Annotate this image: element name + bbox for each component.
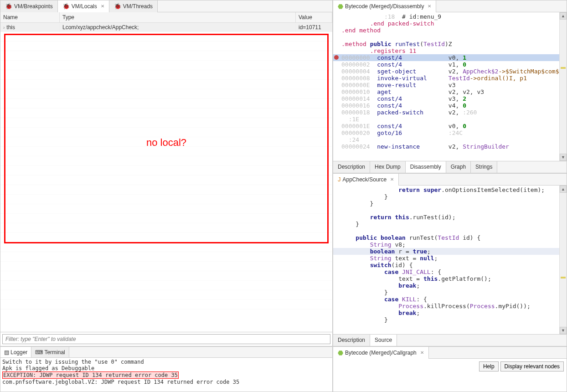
source-line[interactable]: } bbox=[333, 289, 567, 296]
callgraph-panel: ⬣ Bytecode (Merged)/Callgraph ✕ Help Dis… bbox=[333, 346, 567, 392]
log-line: EXCEPTION: JDWP request ID 134 returned … bbox=[2, 371, 330, 379]
source-line[interactable]: } bbox=[333, 316, 567, 323]
log-line: com.pnfsoftware.jebglobal.VZ: JDWP reque… bbox=[2, 379, 330, 385]
bottom-tab-description[interactable]: Description bbox=[333, 335, 370, 346]
source-line[interactable]: public boolean runTest(TestId id) { bbox=[333, 234, 567, 241]
vm-tabbar: 🐞VM/Breakpoints🐞VM/Locals✕🐞VM/Threads bbox=[0, 0, 332, 12]
disassembly-panel: ⬣ Bytecode (Merged)/Disassembly ✕ :18 # … bbox=[333, 0, 567, 173]
close-icon[interactable]: ✕ bbox=[390, 177, 394, 182]
source-panel: J AppCheck/Source ✕ return super.onOptio… bbox=[333, 173, 567, 346]
close-icon[interactable]: ✕ bbox=[101, 4, 104, 9]
source-line[interactable]: switch(id) { bbox=[333, 262, 567, 268]
callgraph-tab[interactable]: ⬣ Bytecode (Merged)/Callgraph ✕ bbox=[333, 347, 429, 359]
disasm-line[interactable]: 00000018 packed-switch v2, :260 bbox=[333, 109, 567, 116]
disasm-line[interactable]: 0000001E const/4 v0, 0 bbox=[333, 123, 567, 129]
android-icon: ⬣ bbox=[338, 349, 343, 356]
scroll-down-icon[interactable]: ▼ bbox=[560, 154, 567, 161]
disasm-line[interactable]: .method public runTest(TestId)Z bbox=[333, 41, 567, 47]
source-line[interactable] bbox=[333, 227, 567, 234]
disasm-tab[interactable]: ⬣ Bytecode (Merged)/Disassembly ✕ bbox=[333, 0, 436, 12]
callgraph-tab-label: Bytecode (Merged)/Callgraph bbox=[345, 350, 417, 356]
source-line[interactable]: String v8; bbox=[333, 241, 567, 248]
logger-tab-logger[interactable]: ▤Logger bbox=[0, 347, 31, 357]
vm-empty-area: no local? bbox=[0, 32, 332, 315]
vm-cell-name: ›this bbox=[0, 23, 60, 32]
disasm-line[interactable]: 00000008 invoke-virtual TestId->ordinal(… bbox=[333, 75, 567, 82]
source-line[interactable]: text = this.getPlatform(); bbox=[333, 275, 567, 282]
breakpoint-icon[interactable] bbox=[334, 55, 339, 60]
logger-tab-terminal[interactable]: ⌨Terminal bbox=[31, 347, 69, 357]
source-line[interactable]: return this.runTest(id); bbox=[333, 214, 567, 221]
display-nodes-button[interactable]: Display relevant nodes bbox=[500, 361, 564, 371]
close-icon[interactable]: ✕ bbox=[428, 4, 431, 9]
bottom-tab-strings[interactable]: Strings bbox=[471, 161, 497, 173]
source-code-area[interactable]: return super.onOptionsItemSelected(item)… bbox=[333, 186, 567, 334]
disasm-line[interactable]: 00000020 goto/16 :24C bbox=[333, 129, 567, 136]
source-tab-label: AppCheck/Source bbox=[343, 176, 387, 183]
source-line[interactable]: break; bbox=[333, 282, 567, 289]
disasm-bottom-tabs: DescriptionHex DumpDisassemblyGraphStrin… bbox=[333, 161, 567, 173]
disasm-line[interactable]: 0000000E move-result v3 bbox=[333, 82, 567, 88]
bottom-tab-hex-dump[interactable]: Hex Dump bbox=[370, 161, 406, 173]
source-line[interactable]: return super.onOptionsItemSelected(item)… bbox=[333, 186, 567, 193]
source-line[interactable]: } bbox=[333, 200, 567, 207]
disasm-line[interactable]: 00000002 const/4 v1, 0 bbox=[333, 61, 567, 68]
callgraph-body: Help Display relevant nodes bbox=[333, 359, 567, 392]
bottom-tab-graph[interactable]: Graph bbox=[446, 161, 471, 173]
disasm-scrollbar[interactable]: ▲ ▼ bbox=[559, 12, 567, 161]
disasm-line[interactable]: 00000004 sget-object v2, AppCheck$2->$Sw… bbox=[333, 68, 567, 75]
source-tab[interactable]: J AppCheck/Source ✕ bbox=[333, 174, 399, 186]
close-icon[interactable]: ✕ bbox=[420, 350, 424, 355]
source-line[interactable]: break; bbox=[333, 309, 567, 316]
expand-icon[interactable]: › bbox=[3, 25, 5, 30]
source-line[interactable]: case KILL: { bbox=[333, 296, 567, 303]
disasm-code-area[interactable]: :18 # id:menu_9 .end packed-switch.end m… bbox=[333, 12, 567, 161]
disasm-line[interactable]: 00000010 aget v2, v2, v3 bbox=[333, 88, 567, 95]
disasm-line[interactable]: .end method bbox=[333, 27, 567, 34]
log-area[interactable]: Switch to it by issuing the "use 0" comm… bbox=[0, 358, 332, 392]
disasm-line[interactable]: 00000000 const/4 v0, 1 bbox=[333, 54, 567, 61]
scroll-up-icon[interactable]: ▲ bbox=[560, 12, 567, 20]
disasm-line[interactable]: 00000016 const/4 v4, 0 bbox=[333, 102, 567, 109]
vm-col-value[interactable]: Value bbox=[296, 12, 332, 22]
vm-tab-vm-locals[interactable]: 🐞VM/Locals✕ bbox=[58, 0, 109, 12]
java-icon: J bbox=[338, 176, 341, 183]
source-line[interactable]: String text = null; bbox=[333, 255, 567, 262]
bottom-tab-source[interactable]: Source bbox=[370, 335, 397, 346]
disasm-line[interactable]: 00000024 new-instance v2, StringBuilder bbox=[333, 143, 567, 150]
source-line[interactable]: } bbox=[333, 193, 567, 200]
disasm-line[interactable]: :24 bbox=[333, 136, 567, 143]
disasm-line[interactable]: :18 # id:menu_9 bbox=[333, 13, 567, 20]
bug-icon: 🐞 bbox=[5, 3, 12, 10]
vm-filter-input[interactable] bbox=[2, 334, 330, 344]
disasm-line[interactable] bbox=[333, 34, 567, 41]
log-icon: ▤ bbox=[4, 349, 9, 356]
source-line[interactable]: } bbox=[333, 221, 567, 227]
source-line[interactable]: boolean r = true; bbox=[333, 248, 567, 255]
disasm-tab-label: Bytecode (Merged)/Disassembly bbox=[345, 3, 424, 10]
bottom-tab-disassembly[interactable]: Disassembly bbox=[406, 161, 446, 173]
vm-table[interactable]: Name Type Value ›this Lcom/xyz/appcheck/… bbox=[0, 12, 332, 332]
disasm-line[interactable]: 00000014 const/4 v3, 2 bbox=[333, 95, 567, 102]
vm-tab-vm-breakpoints[interactable]: 🐞VM/Breakpoints bbox=[0, 0, 58, 12]
source-line[interactable]: case JNI_CALL: { bbox=[333, 268, 567, 275]
callgraph-tabbar: ⬣ Bytecode (Merged)/Callgraph ✕ bbox=[333, 347, 567, 359]
disasm-line[interactable]: .registers 11 bbox=[333, 47, 567, 54]
bug-icon: 🐞 bbox=[62, 3, 70, 10]
source-scrollbar[interactable]: ▲ ▼ bbox=[559, 186, 567, 334]
source-line[interactable] bbox=[333, 207, 567, 214]
vm-row-this[interactable]: ›this Lcom/xyz/appcheck/AppCheck; id=107… bbox=[0, 23, 332, 32]
vm-col-type[interactable]: Type bbox=[60, 12, 296, 22]
vm-tab-vm-threads[interactable]: 🐞VM/Threads bbox=[109, 0, 158, 12]
vm-filter-box bbox=[0, 332, 332, 346]
help-button[interactable]: Help bbox=[479, 361, 499, 371]
scroll-up-icon[interactable]: ▲ bbox=[560, 186, 567, 193]
scroll-down-icon[interactable]: ▼ bbox=[560, 327, 567, 334]
disasm-line[interactable]: .end packed-switch bbox=[333, 20, 567, 27]
disasm-line[interactable]: :1E bbox=[333, 116, 567, 123]
bottom-tab-description[interactable]: Description bbox=[333, 161, 370, 173]
vm-col-name[interactable]: Name bbox=[0, 12, 60, 22]
vm-cell-value: id=10711 bbox=[296, 23, 332, 32]
source-line[interactable]: Process.killProcess(Process.myPid()); bbox=[333, 303, 567, 309]
vm-locals-panel: 🐞VM/Breakpoints🐞VM/Locals✕🐞VM/Threads Na… bbox=[0, 0, 333, 346]
